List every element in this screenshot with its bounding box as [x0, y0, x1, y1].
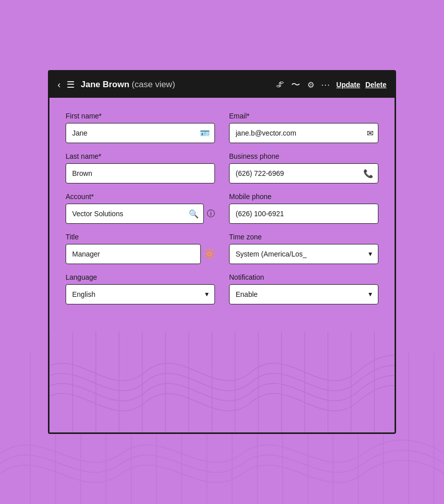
title-field: Title 🔆 — [66, 233, 215, 264]
more-icon[interactable]: ··· — [321, 80, 330, 90]
timezone-field: Time zone System (America/Los_ ▼ — [229, 233, 378, 264]
mobile-phone-label: Mobile phone — [229, 193, 378, 201]
mobile-phone-field: Mobile phone — [229, 193, 378, 224]
wave-icon[interactable]: 〜 — [291, 79, 300, 91]
timezone-label: Time zone — [229, 233, 378, 241]
last-name-input[interactable] — [66, 163, 215, 183]
info-icon[interactable]: ⓘ — [207, 209, 215, 219]
account-label: Account* — [66, 193, 215, 201]
mobile-phone-input[interactable] — [229, 204, 378, 224]
page-title: Jane Brown (case view) — [81, 80, 175, 90]
delete-button[interactable]: Delete — [365, 81, 386, 89]
title-label: Title — [66, 233, 215, 241]
gear-icon[interactable]: ⚙ — [307, 80, 314, 90]
last-name-field: Last name* — [66, 152, 215, 183]
email-label: Email* — [229, 112, 378, 120]
language-field: Language English Spanish French ▼ — [66, 273, 215, 304]
back-icon[interactable]: ‹ — [58, 80, 61, 90]
business-phone-field: Business phone 📞 — [229, 152, 378, 183]
first-name-input[interactable] — [66, 123, 215, 143]
attachment-icon[interactable]: 🖇 — [276, 80, 284, 89]
account-input[interactable] — [66, 204, 204, 224]
title-name: Jane Brown — [81, 80, 129, 89]
last-name-label: Last name* — [66, 152, 215, 160]
email-input[interactable] — [229, 123, 378, 143]
notification-label: Notification — [229, 273, 378, 281]
main-window: ‹ ☰ Jane Brown (case view) 🖇 〜 ⚙ ··· Upd… — [48, 70, 396, 434]
first-name-label: First name* — [66, 112, 215, 120]
account-field: Account* 🔍 ⓘ — [66, 193, 215, 224]
first-name-field: First name* 🪪 — [66, 112, 215, 143]
toolbar-icons: 🖇 〜 ⚙ ··· — [276, 79, 330, 91]
business-phone-label: Business phone — [229, 152, 378, 160]
notification-select[interactable]: Enable Disable — [229, 284, 378, 304]
update-button[interactable]: Update — [337, 81, 360, 89]
email-field: Email* ✉ — [229, 112, 378, 143]
timezone-select[interactable]: System (America/Los_ — [229, 244, 378, 264]
form-grid: First name* 🪪 Email* ✉ Last name* — [66, 112, 378, 313]
brightness-icon[interactable]: 🔆 — [204, 248, 215, 260]
title-subtitle: (case view) — [132, 80, 175, 89]
title-input[interactable] — [66, 244, 201, 264]
menu-icon[interactable]: ☰ — [67, 79, 75, 90]
business-phone-input[interactable] — [229, 163, 378, 183]
notification-field: Notification Enable Disable ▼ — [229, 273, 378, 304]
form-area: First name* 🪪 Email* ✉ Last name* — [49, 98, 395, 332]
language-label: Language — [66, 273, 215, 281]
action-buttons: Update Delete — [337, 81, 386, 89]
titlebar: ‹ ☰ Jane Brown (case view) 🖇 〜 ⚙ ··· Upd… — [49, 72, 395, 98]
language-select[interactable]: English Spanish French — [66, 284, 215, 304]
